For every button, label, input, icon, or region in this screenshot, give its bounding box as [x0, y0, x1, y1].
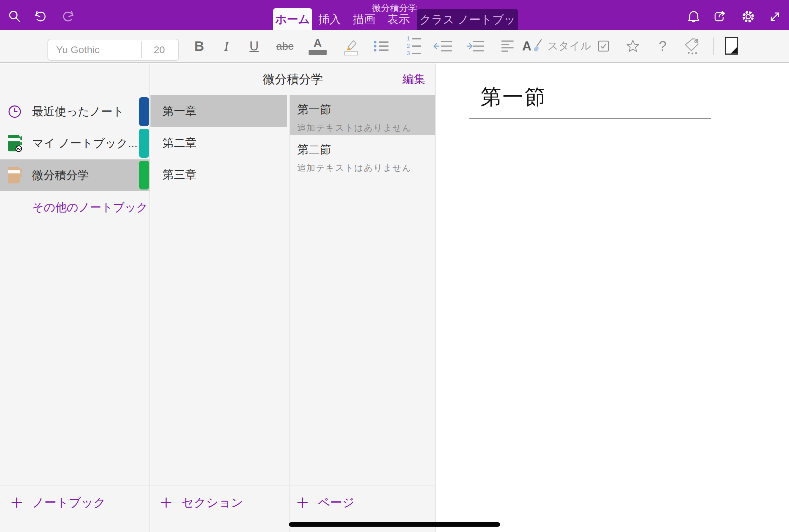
underline-button[interactable]: U: [243, 30, 265, 62]
gear-icon: [740, 9, 756, 25]
sections-pages-divider: [289, 95, 289, 532]
plus-icon: [296, 496, 309, 509]
fullscreen-button[interactable]: [767, 9, 783, 25]
section-row-3[interactable]: 第三章: [150, 159, 287, 190]
share-icon: [713, 9, 729, 25]
tab-view[interactable]: 表示: [383, 8, 414, 30]
highlighter-icon: [344, 37, 358, 55]
plus-icon: [10, 496, 23, 509]
bullet-list-button[interactable]: [371, 30, 392, 62]
sidebar-item-calculus-notebook[interactable]: 微分積分学: [0, 159, 149, 191]
sidebar-item-my-notebooks[interactable]: マイ ノートブック...: [0, 127, 149, 159]
font-name-select[interactable]: Yu Gothic: [56, 39, 100, 60]
sidebar-divider: [149, 63, 150, 532]
notebook-color-tab-calculus: [139, 161, 149, 189]
tab-insert[interactable]: 挿入: [315, 8, 345, 30]
italic-button[interactable]: I: [215, 30, 237, 62]
tab-class-notebook[interactable]: クラス ノートブック: [417, 9, 518, 30]
styles-button[interactable]: A スタイル: [522, 30, 591, 62]
home-indicator[interactable]: [289, 522, 500, 527]
numbered-list-button[interactable]: 1 2 3: [403, 30, 424, 62]
important-tag-button[interactable]: [622, 30, 643, 62]
highlight-button[interactable]: [340, 30, 362, 62]
font-color-button[interactable]: A: [307, 30, 328, 62]
outdent-button[interactable]: [432, 30, 453, 62]
undo-button[interactable]: [33, 9, 49, 25]
notebook-color-tab-my: [139, 129, 149, 158]
font-color-swatch: [308, 50, 327, 55]
bold-button[interactable]: B: [189, 30, 210, 62]
section-row-1[interactable]: 第一章: [150, 95, 287, 127]
question-tag-button[interactable]: ?: [652, 30, 673, 62]
styles-label: スタイル: [547, 39, 591, 54]
font-size-select[interactable]: 20: [142, 39, 177, 60]
star-icon: [625, 38, 641, 54]
strikethrough-button[interactable]: abc: [274, 30, 296, 62]
notebook-sync-icon: [7, 134, 23, 152]
bullet-list-icon: [374, 39, 389, 53]
notebook-icon: [7, 166, 23, 185]
redo-button[interactable]: [60, 9, 76, 25]
indent-icon: [465, 39, 485, 54]
brush-icon: [531, 38, 543, 54]
onenote-app: 微分積分学: [0, 0, 789, 532]
expand-icon: [767, 9, 783, 25]
bell-icon: [686, 9, 702, 25]
font-picker: Yu Gothic 20: [48, 39, 179, 61]
clock-icon: [7, 104, 22, 119]
tag-icon: [683, 37, 700, 55]
toolbar-divider: [713, 37, 714, 55]
edit-button[interactable]: 編集: [394, 63, 425, 95]
page-row-1[interactable]: 第一節 追加テキストはありません: [290, 95, 435, 135]
plus-icon: [159, 496, 173, 509]
more-notebooks-link[interactable]: その他のノートブック: [32, 198, 148, 216]
todo-tag-button[interactable]: [593, 30, 614, 62]
align-icon: [500, 38, 515, 54]
section-row-2[interactable]: 第二章: [150, 127, 287, 159]
add-page-button[interactable]: ページ: [296, 490, 355, 515]
page-corner-icon: [724, 36, 739, 56]
numbered-list-icon: 1 2 3: [406, 34, 421, 58]
notifications-button[interactable]: [686, 9, 702, 25]
search-icon: [7, 9, 23, 25]
page-format-button[interactable]: [721, 30, 742, 62]
pages-main-divider: [435, 63, 436, 532]
alignment-button[interactable]: [497, 30, 518, 62]
bottom-bar-divider: [0, 486, 435, 486]
undo-icon: [33, 9, 49, 25]
tab-home[interactable]: ホーム: [273, 8, 312, 30]
tag-button[interactable]: [681, 30, 702, 62]
page-title[interactable]: 第一節: [481, 83, 547, 111]
add-section-button[interactable]: セクション: [159, 490, 243, 515]
format-toolbar: Yu Gothic 20 B I U abc A: [0, 30, 789, 63]
share-button[interactable]: [713, 9, 729, 25]
page-title-underline: [469, 118, 711, 119]
redo-icon: [60, 9, 76, 25]
font-color-icon: A: [314, 37, 322, 49]
add-notebook-button[interactable]: ノートブック: [10, 490, 106, 515]
sections-header-title: 微分積分学: [150, 63, 435, 95]
indent-button[interactable]: [464, 30, 485, 62]
checkbox-icon: [597, 39, 610, 53]
top-bar: 微分積分学: [0, 0, 789, 30]
outdent-icon: [433, 39, 452, 54]
notebook-color-tab-recent: [139, 97, 149, 126]
page-row-2[interactable]: 第二節 追加テキストはありません: [290, 135, 435, 175]
tab-draw[interactable]: 描画: [349, 8, 379, 30]
styles-letter-icon: A: [522, 39, 531, 54]
search-button[interactable]: [7, 9, 23, 25]
sidebar-item-recent-notes[interactable]: 最近使ったノート: [0, 96, 149, 127]
settings-button[interactable]: [740, 9, 756, 25]
